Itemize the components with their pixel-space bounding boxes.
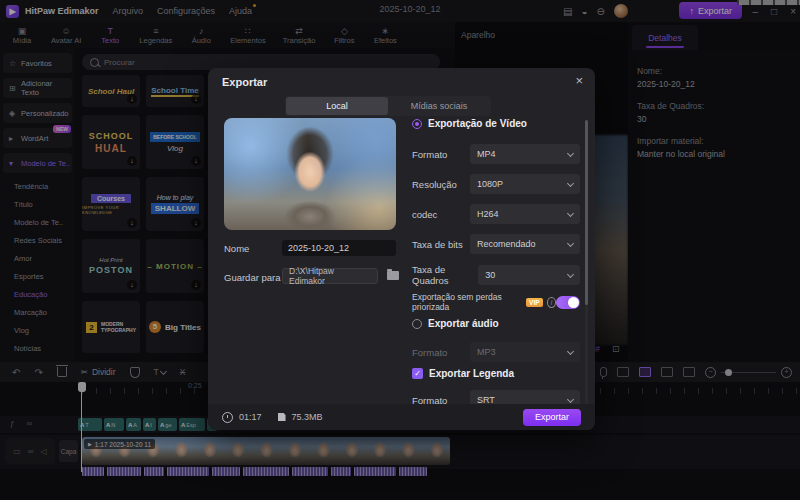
audio-format-label: Formato — [412, 347, 447, 358]
chevron-down-icon — [567, 149, 574, 156]
framerate-dropdown[interactable]: 30 — [478, 265, 580, 285]
tab-local[interactable]: Local — [286, 97, 388, 115]
dialog-title: Exportar — [222, 76, 267, 88]
dialog-footer: 01:17 75.3MB Exportar — [208, 404, 595, 430]
export-dialog: Exportar × Local Mídias sociais Nome 202… — [208, 68, 595, 430]
video-export-section-title: Exportação de Vídeo — [428, 118, 527, 129]
chevron-down-icon — [567, 179, 574, 186]
audio-format-dropdown: MP3 — [470, 342, 580, 362]
format-dropdown[interactable]: MP4 — [470, 144, 580, 164]
chevron-down-icon — [567, 270, 574, 277]
dialog-scrollbar-thumb[interactable] — [585, 120, 588, 305]
duration-icon — [222, 412, 233, 423]
resolution-label: Resolução — [412, 179, 457, 190]
export-preview-thumbnail — [224, 118, 396, 230]
export-target-tabs: Local Mídias sociais — [285, 96, 491, 116]
resolution-dropdown[interactable]: 1080P — [470, 174, 580, 194]
app-window: ▶ HitPaw Edimakor Arquivo Configurações … — [0, 0, 800, 500]
vip-badge: VIP — [526, 298, 542, 307]
export-confirm-button[interactable]: Exportar — [523, 409, 581, 426]
subtitle-export-section-title: Exportar Legenda — [429, 368, 514, 379]
lossless-label: Exportação sem perdas priorizada — [412, 292, 522, 312]
save-to-label: Guardar para — [224, 272, 281, 283]
audio-export-section-title: Exportar áudio — [428, 318, 499, 329]
chevron-down-icon — [567, 239, 574, 246]
export-filesize: 75.3MB — [292, 412, 323, 422]
audio-export-radio[interactable] — [412, 319, 422, 329]
chevron-down-icon — [567, 395, 574, 402]
subtitle-export-checkbox[interactable]: ✓ — [412, 368, 423, 379]
info-icon[interactable]: i — [547, 297, 557, 308]
export-duration: 01:17 — [239, 412, 262, 422]
codec-label: codec — [412, 209, 437, 220]
dialog-close-icon[interactable]: × — [575, 73, 583, 88]
filesize-icon — [278, 413, 286, 421]
chevron-down-icon — [567, 209, 574, 216]
filename-input[interactable]: 2025-10-20_12 — [282, 240, 396, 256]
video-export-radio[interactable] — [412, 119, 422, 129]
lossless-toggle[interactable] — [556, 296, 580, 309]
folder-browse-icon[interactable] — [387, 271, 399, 280]
tab-midias-sociais[interactable]: Mídias sociais — [388, 97, 490, 115]
format-label: Formato — [412, 149, 447, 160]
bitrate-dropdown[interactable]: Recomendado — [470, 234, 580, 254]
codec-dropdown[interactable]: H264 — [470, 204, 580, 224]
save-path-input[interactable]: D:\X\Hitpaw Edimakor — [282, 268, 378, 284]
bitrate-label: Taxa de bits — [412, 239, 463, 250]
chevron-down-icon — [567, 347, 574, 354]
framerate-label: Taxa de Quadros — [412, 264, 478, 286]
name-label: Nome — [224, 243, 249, 254]
